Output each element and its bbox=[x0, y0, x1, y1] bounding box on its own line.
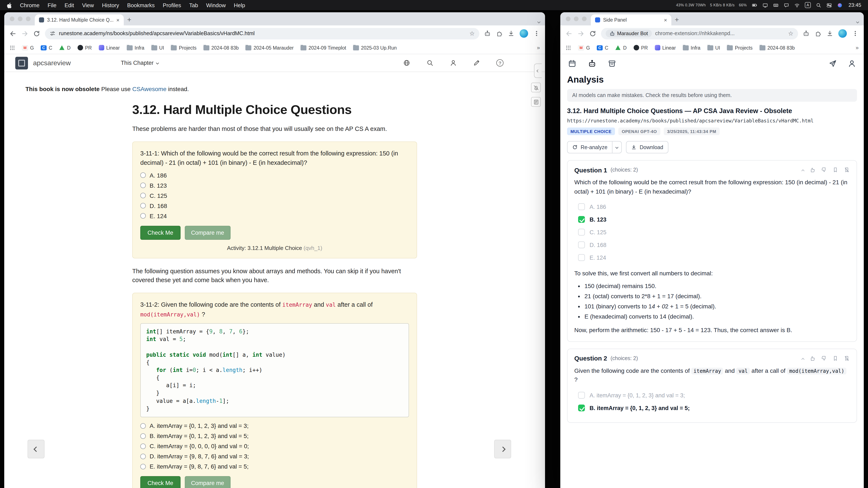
bookmark-item[interactable]: Projects bbox=[727, 45, 752, 50]
check-me-button[interactable]: Check Me bbox=[140, 476, 181, 488]
forward-icon[interactable] bbox=[577, 30, 585, 37]
next-page-button[interactable] bbox=[494, 440, 511, 458]
bookmark-off-icon[interactable] bbox=[844, 355, 850, 361]
bookmark-icon[interactable] bbox=[832, 355, 838, 361]
robot-icon[interactable] bbox=[588, 59, 596, 68]
search-icon[interactable] bbox=[816, 2, 822, 8]
radio-option[interactable]: D. 168 bbox=[140, 202, 409, 209]
radio-button-icon[interactable] bbox=[140, 183, 146, 188]
chat-icon[interactable] bbox=[784, 2, 789, 8]
new-tab-button[interactable]: + bbox=[671, 14, 682, 25]
bookmark-item[interactable]: 2024-09 Timeplot bbox=[301, 45, 346, 50]
radio-button-icon[interactable] bbox=[140, 423, 146, 428]
reload-icon[interactable] bbox=[33, 30, 40, 37]
extensions-icon[interactable] bbox=[496, 30, 503, 37]
radio-option[interactable]: A. itemArray = {0, 1, 2, 3} and val = 3; bbox=[140, 422, 409, 429]
new-tab-button[interactable]: + bbox=[124, 14, 135, 25]
forward-icon[interactable] bbox=[21, 30, 28, 37]
zoom-window-button[interactable] bbox=[26, 17, 31, 21]
radio-button-icon[interactable] bbox=[140, 213, 146, 219]
zoom-window-button[interactable] bbox=[582, 17, 587, 21]
profile-avatar[interactable] bbox=[838, 29, 847, 38]
bookmark-item[interactable]: D bbox=[59, 45, 71, 50]
checkbox-icon[interactable] bbox=[578, 254, 585, 261]
menu-item[interactable]: Bookmarks bbox=[127, 2, 155, 8]
bookmark-star-icon[interactable]: ☆ bbox=[469, 31, 475, 36]
bookmarks-overflow-icon[interactable]: » bbox=[856, 44, 859, 51]
collapse-icon[interactable] bbox=[802, 355, 804, 362]
calendar-icon[interactable] bbox=[568, 59, 577, 68]
bookmark-item[interactable]: G bbox=[22, 45, 34, 50]
menu-item[interactable]: File bbox=[48, 2, 57, 8]
menu-item[interactable]: Window bbox=[206, 2, 226, 8]
thumbs-up-icon[interactable] bbox=[809, 167, 815, 173]
apps-grid-icon[interactable] bbox=[9, 45, 15, 51]
download-icon[interactable] bbox=[508, 30, 515, 37]
answer-choice[interactable]: E. 124 bbox=[574, 252, 850, 264]
back-icon[interactable] bbox=[565, 30, 572, 37]
radio-option[interactable]: A. 186 bbox=[140, 172, 409, 178]
menu-item[interactable]: History bbox=[102, 2, 119, 8]
checkbox-icon[interactable] bbox=[578, 404, 585, 411]
help-icon[interactable]: ? bbox=[496, 59, 503, 66]
extensions-icon[interactable] bbox=[815, 30, 822, 37]
tune-icon[interactable] bbox=[50, 31, 56, 36]
extension-name-chip[interactable]: Marauder Bot bbox=[606, 30, 652, 37]
address-bar[interactable]: runestone.academy/ns/books/published/apc… bbox=[45, 28, 479, 39]
back-icon[interactable] bbox=[9, 30, 17, 37]
apple-menu-icon[interactable] bbox=[7, 2, 13, 8]
menu-icon[interactable] bbox=[852, 30, 859, 37]
checkbox-icon[interactable] bbox=[578, 216, 585, 223]
search-icon[interactable] bbox=[426, 59, 434, 66]
radio-button-icon[interactable] bbox=[140, 453, 146, 459]
bookmark-item[interactable]: Linear bbox=[98, 45, 120, 51]
download-button[interactable]: Download bbox=[626, 141, 668, 153]
close-window-button[interactable] bbox=[566, 17, 570, 21]
reanalyze-dropdown-button[interactable] bbox=[613, 141, 622, 153]
tab-close-icon[interactable]: × bbox=[664, 17, 667, 23]
status-widget[interactable]: 43% 0.3W 70Wh bbox=[676, 3, 706, 7]
radio-button-icon[interactable] bbox=[140, 464, 146, 469]
bookmark-item[interactable]: Projects bbox=[171, 45, 196, 50]
display-icon[interactable] bbox=[763, 2, 768, 8]
siri-icon[interactable] bbox=[837, 2, 843, 8]
radio-button-icon[interactable] bbox=[140, 203, 146, 208]
bookmark-item[interactable]: 2025-03 Up.Run bbox=[353, 45, 397, 50]
radio-option[interactable]: B. itemArray = {0, 1, 2, 3} and val = 5; bbox=[140, 432, 409, 439]
bookmark-item[interactable]: 2024-08 83b bbox=[759, 45, 795, 50]
bookmark-item[interactable]: PR bbox=[78, 45, 92, 51]
radio-option[interactable]: C. 125 bbox=[140, 192, 409, 199]
apps-grid-icon[interactable] bbox=[565, 45, 571, 51]
bookmark-item[interactable]: D bbox=[615, 45, 627, 50]
minimize-window-button[interactable] bbox=[18, 17, 23, 21]
menu-item[interactable]: Help bbox=[234, 2, 245, 8]
menu-item[interactable]: Profiles bbox=[163, 2, 181, 8]
thumbs-up-icon[interactable] bbox=[809, 355, 815, 361]
bookmark-off-icon[interactable] bbox=[844, 167, 850, 173]
thumbs-down-icon[interactable] bbox=[821, 167, 827, 173]
radio-option[interactable]: C. itemArray = {0, 0, 0, 0} and val = 0; bbox=[140, 443, 409, 450]
menu-item[interactable]: Chrome bbox=[20, 2, 40, 8]
compare-me-button[interactable]: Compare me bbox=[185, 226, 230, 239]
bookmark-item[interactable]: UI bbox=[151, 45, 164, 50]
answer-choice[interactable]: C. 125 bbox=[574, 226, 850, 239]
pinned-extension-icon[interactable] bbox=[803, 30, 809, 37]
radio-button-icon[interactable] bbox=[140, 443, 146, 449]
radio-option[interactable]: B. 123 bbox=[140, 182, 409, 189]
collapse-icon[interactable] bbox=[802, 166, 804, 174]
minimize-window-button[interactable] bbox=[574, 17, 579, 21]
close-window-button[interactable] bbox=[10, 17, 14, 21]
radio-option[interactable]: E. itemArray = {9, 8, 7, 6} and val = 5; bbox=[140, 463, 409, 470]
wifi-icon[interactable] bbox=[794, 2, 800, 8]
pencil-icon[interactable] bbox=[473, 59, 480, 66]
tab-search-chevron-icon[interactable] bbox=[538, 17, 540, 25]
profile-icon[interactable] bbox=[848, 59, 856, 68]
checkbox-icon[interactable] bbox=[578, 203, 585, 210]
user-icon[interactable] bbox=[450, 59, 457, 66]
bookmark-item[interactable]: Linear bbox=[655, 45, 676, 51]
url-text[interactable]: chrome-extension://nhkkakenpd... bbox=[655, 31, 784, 36]
bookmark-item[interactable]: C bbox=[41, 45, 52, 50]
bookmarks-overflow-icon[interactable]: » bbox=[537, 44, 540, 51]
checkbox-icon[interactable] bbox=[578, 392, 585, 399]
url-text[interactable]: runestone.academy/ns/books/published/apc… bbox=[59, 31, 466, 36]
